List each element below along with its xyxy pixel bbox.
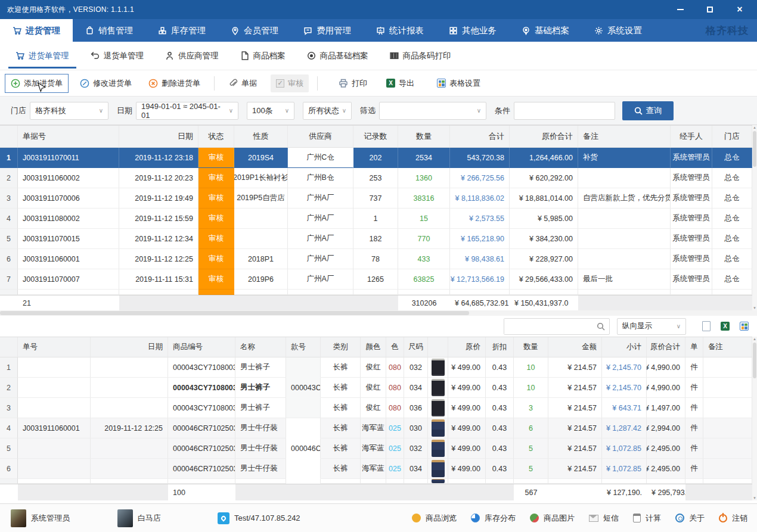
product-images-link[interactable]: 商品图片 xyxy=(530,513,575,524)
column-header-amount[interactable]: 金额 xyxy=(548,337,602,357)
search-icon[interactable] xyxy=(597,322,605,331)
purchase-order-row[interactable]: 3J00319110700062019-11-12 19:49审核2019P5自… xyxy=(0,188,757,209)
vertical-scrollbar[interactable]: ▲ ▼ xyxy=(752,125,757,310)
order-line-row[interactable]: 2000043CY71080034男士裤子000043CY7长裤俊红080034… xyxy=(0,378,757,398)
tab-purchase-orders[interactable]: 进货单管理 xyxy=(5,42,80,70)
product-browse-link[interactable]: 商品浏览 xyxy=(412,513,457,524)
column-header-note[interactable]: 备注 xyxy=(703,337,752,357)
detail-search-input[interactable] xyxy=(504,319,597,334)
scroll-down-icon[interactable]: ▼ xyxy=(753,306,756,310)
scroll-up-icon[interactable]: ▲ xyxy=(753,125,756,130)
column-header-cat[interactable]: 类别 xyxy=(321,337,361,357)
purchase-order-row[interactable]: 2J00319110600022019-11-12 20:23审核2019P1长… xyxy=(0,168,757,188)
add-purchase-button[interactable]: 添加进货单 xyxy=(5,74,69,93)
condition-input[interactable] xyxy=(514,102,615,120)
column-header-price[interactable]: 原价 xyxy=(448,337,486,357)
order-line-row[interactable]: 5000046CR71025032男士牛仔装000046CR7长裤海军蓝0250… xyxy=(0,438,757,459)
export-button[interactable]: X 导出 xyxy=(381,74,420,92)
about-link[interactable]: 关于 xyxy=(675,513,705,524)
column-header-total[interactable]: 合计 xyxy=(450,126,510,148)
column-header-status[interactable]: 状态 xyxy=(198,126,234,148)
column-header-img[interactable] xyxy=(428,337,448,357)
column-header-disc[interactable]: 折扣 xyxy=(486,337,514,357)
delete-purchase-button[interactable]: 删除进货单 xyxy=(143,74,206,92)
order-line-row[interactable]: 6000046CR71025034男士牛仔装长裤海军蓝025034¥ 499.0… xyxy=(0,459,757,479)
scroll-down-icon[interactable]: ▼ xyxy=(753,496,756,500)
order-line-row[interactable]: 4J00319110600012019-11-12 12:25000046CR7… xyxy=(0,418,757,438)
column-header-style[interactable]: 款号 xyxy=(286,337,321,357)
product-thumbnail[interactable] xyxy=(432,440,445,457)
purchase-order-row[interactable]: 5J00319110700152019-11-12 12:34审核广州A厂182… xyxy=(0,229,757,249)
purchase-order-row[interactable]: 7J00319110700072019-11-11 15:31审核2019P6广… xyxy=(0,269,757,290)
audit-toggle[interactable]: ✓ 审核 xyxy=(271,74,309,92)
server-address[interactable]: Test/47.107.85.242 xyxy=(218,512,300,524)
limit-select[interactable]: 100条∨ xyxy=(247,102,294,120)
product-thumbnail[interactable] xyxy=(432,460,445,477)
column-header-supplier[interactable]: 供应商 xyxy=(288,126,353,148)
column-header-nature[interactable]: 性质 xyxy=(234,126,288,148)
column-header-qty[interactable]: 数量 xyxy=(398,126,450,148)
column-header-size[interactable]: 尺码 xyxy=(404,337,428,357)
table-row-partial[interactable] xyxy=(0,290,757,295)
column-header-code[interactable]: 单据号 xyxy=(18,126,119,148)
purchase-order-row[interactable]: 6J00319110600012019-11-12 12:25审核2018P1广… xyxy=(0,249,757,269)
tab-barcode-print[interactable]: 商品条码打印 xyxy=(379,42,462,70)
tab-product-base-files[interactable]: 商品基础档案 xyxy=(296,42,379,70)
column-header-date[interactable]: 日期 xyxy=(91,337,168,357)
minimize-button[interactable] xyxy=(676,5,684,14)
detail-vertical-scrollbar[interactable]: ▲ ▼ xyxy=(752,337,757,500)
product-thumbnail[interactable] xyxy=(432,379,445,396)
document-button[interactable]: 单据 xyxy=(223,74,262,92)
status-select[interactable]: 所有状态∨ xyxy=(303,102,352,120)
scroll-up-icon[interactable]: ▲ xyxy=(753,337,756,341)
stock-distribution-link[interactable]: 库存分布 xyxy=(471,513,516,524)
nav-settings[interactable]: 系统设置 xyxy=(582,19,654,42)
print-button[interactable]: 打印 xyxy=(333,74,373,92)
tab-product-files[interactable]: 商品档案 xyxy=(229,42,296,70)
logout-link[interactable]: 注销 xyxy=(719,513,747,524)
nav-archives[interactable]: 基础档案 xyxy=(509,19,582,42)
order-line-row[interactable]: 3000043CY71080036男士裤子长裤俊红080036¥ 499.000… xyxy=(0,398,757,418)
column-header-note[interactable]: 备注 xyxy=(578,126,671,148)
nav-reports[interactable]: 统计报表 xyxy=(364,19,436,42)
calculator-link[interactable]: 计算 xyxy=(633,513,661,524)
excel-export-icon[interactable]: X xyxy=(721,322,730,331)
column-header-sku[interactable]: 商品编号 xyxy=(168,337,235,357)
nav-inventory[interactable]: 库存管理 xyxy=(145,19,218,42)
column-header-orig[interactable]: 原价合计 xyxy=(647,337,685,357)
column-header-handler[interactable]: 经手人 xyxy=(671,126,712,148)
column-header-num[interactable] xyxy=(0,126,18,148)
column-header-date[interactable]: 日期 xyxy=(119,126,198,148)
purchase-order-row[interactable]: 4J00319110800022019-11-12 15:59审核广州A厂115… xyxy=(0,209,757,229)
current-store[interactable]: 白马店 xyxy=(117,509,161,527)
product-thumbnail[interactable] xyxy=(432,399,445,416)
column-header-cc[interactable]: 色 xyxy=(386,337,404,357)
close-button[interactable]: × xyxy=(736,5,744,14)
tab-suppliers[interactable]: 供应商管理 xyxy=(154,42,229,70)
column-header-qty[interactable]: 数量 xyxy=(514,337,548,357)
detail-table-settings-icon[interactable] xyxy=(740,322,749,331)
sms-link[interactable]: 短信 xyxy=(589,513,619,524)
column-header-sub[interactable]: 小计 xyxy=(602,337,647,357)
nav-expenses[interactable]: 费用管理 xyxy=(291,19,364,42)
purchase-order-row[interactable]: 1J00319110700112019-11-12 23:18审核2019S4广… xyxy=(0,148,757,168)
edit-purchase-button[interactable]: 修改进货单 xyxy=(75,74,137,92)
filter-field-select[interactable]: ∨ xyxy=(379,102,486,120)
display-mode-select[interactable]: 纵向显示∨ xyxy=(617,318,686,335)
nav-sales[interactable]: 销售管理 xyxy=(73,19,145,42)
table-settings-button[interactable]: 表格设置 xyxy=(432,74,486,92)
column-header-color[interactable]: 颜色 xyxy=(361,337,386,357)
nav-other[interactable]: 其他业务 xyxy=(436,19,509,42)
maximize-button[interactable] xyxy=(706,5,714,14)
column-header-code[interactable]: 单号 xyxy=(18,337,91,357)
column-header-unit[interactable]: 单 xyxy=(685,337,703,357)
date-range-select[interactable]: 1949-01-01 ≈ 2045-01-01∨ xyxy=(136,102,238,120)
horizontal-scrollbar[interactable] xyxy=(0,310,757,316)
query-button[interactable]: 查询 xyxy=(622,101,674,120)
column-header-orig[interactable]: 原价合计 xyxy=(510,126,578,148)
nav-members[interactable]: 会员管理 xyxy=(218,19,291,42)
column-header-store[interactable]: 门店 xyxy=(712,126,752,148)
current-user[interactable]: 系统管理员 xyxy=(11,509,70,527)
order-line-row[interactable]: 1000043CY71080032男士裤子长裤俊红080032¥ 499.000… xyxy=(0,357,757,378)
nav-purchase[interactable]: 进货管理 xyxy=(0,19,73,42)
